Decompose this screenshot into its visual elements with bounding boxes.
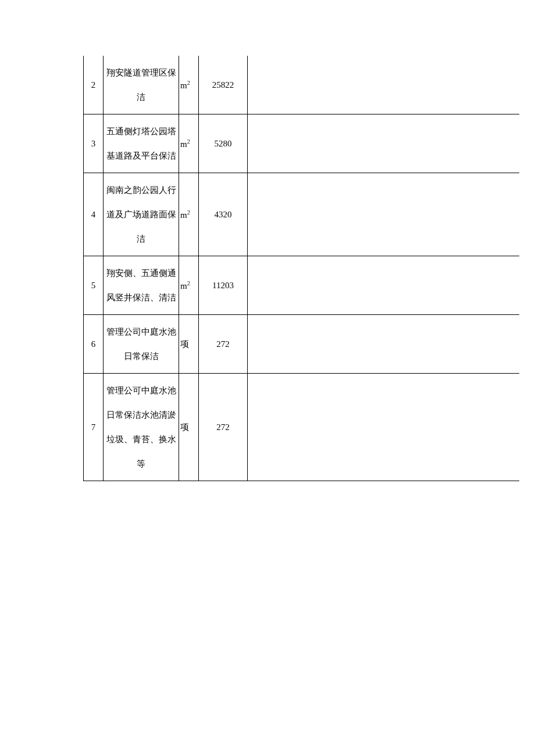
cell-name: 翔安侧、五通侧通风竖井保洁、清洁 (104, 256, 179, 315)
cell-blank (248, 173, 519, 256)
cell-unit: m2 (179, 256, 199, 315)
table-row: 2 翔安隧道管理区保洁 m2 25822 (84, 56, 519, 114)
unit-m-sup: 2 (187, 138, 190, 145)
cell-unit: 项 (179, 315, 199, 374)
cell-quantity: 4320 (199, 173, 248, 256)
table-row: 3 五通侧灯塔公园塔基道路及平台保洁 m2 5280 (84, 114, 519, 173)
unit-m-base: m (180, 210, 187, 220)
unit-m-sup: 2 (187, 80, 190, 86)
cell-blank (248, 114, 519, 173)
cell-quantity: 272 (199, 315, 248, 374)
cell-name: 闽南之韵公园人行道及广场道路面保洁 (104, 173, 179, 256)
cell-index: 4 (84, 173, 104, 256)
cell-name: 五通侧灯塔公园塔基道路及平台保洁 (104, 114, 179, 173)
table-row: 5 翔安侧、五通侧通风竖井保洁、清洁 m2 11203 (84, 256, 519, 315)
cell-index: 7 (84, 374, 104, 481)
unit-m-base: m (180, 139, 187, 149)
cell-name: 管理公司中庭水池日常保洁 (104, 315, 179, 374)
cell-index: 6 (84, 315, 104, 374)
cell-quantity: 5280 (199, 114, 248, 173)
unit-m-base: m (180, 281, 187, 291)
cell-unit: m2 (179, 173, 199, 256)
cell-quantity: 11203 (199, 256, 248, 315)
cell-unit: 项 (179, 374, 199, 481)
unit-m-base: m (180, 81, 187, 90)
cell-name: 管理公可中庭水池日常保洁水池清淤垃圾、青苔、换水等 (104, 374, 179, 481)
cell-quantity: 272 (199, 374, 248, 481)
table-row: 6 管理公司中庭水池日常保洁 项 272 (84, 315, 519, 374)
table-row: 7 管理公可中庭水池日常保洁水池清淤垃圾、青苔、换水等 项 272 (84, 374, 519, 481)
cell-name: 翔安隧道管理区保洁 (104, 56, 179, 114)
cleaning-services-table: 2 翔安隧道管理区保洁 m2 25822 3 五通侧灯塔公园塔基道路及平台保洁 … (83, 56, 519, 481)
table-body: 2 翔安隧道管理区保洁 m2 25822 3 五通侧灯塔公园塔基道路及平台保洁 … (84, 56, 519, 481)
cell-blank (248, 256, 519, 315)
cell-blank (248, 374, 519, 481)
cell-index: 5 (84, 256, 104, 315)
cell-index: 3 (84, 114, 104, 173)
unit-m-sup: 2 (187, 209, 190, 216)
cell-quantity: 25822 (199, 56, 248, 114)
table-row: 4 闽南之韵公园人行道及广场道路面保洁 m2 4320 (84, 173, 519, 256)
cell-index: 2 (84, 56, 104, 114)
unit-m-sup: 2 (187, 280, 190, 286)
cell-blank (248, 56, 519, 114)
table-container: 2 翔安隧道管理区保洁 m2 25822 3 五通侧灯塔公园塔基道路及平台保洁 … (83, 56, 519, 481)
cell-unit: m2 (179, 114, 199, 173)
cell-blank (248, 315, 519, 374)
cell-unit: m2 (179, 56, 199, 114)
